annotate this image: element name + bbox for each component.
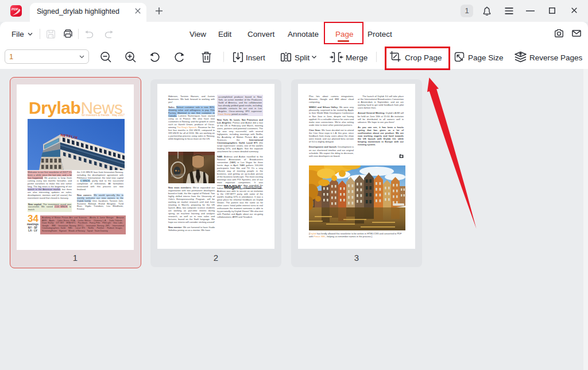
svg-text:PDF: PDF: [11, 8, 19, 11]
